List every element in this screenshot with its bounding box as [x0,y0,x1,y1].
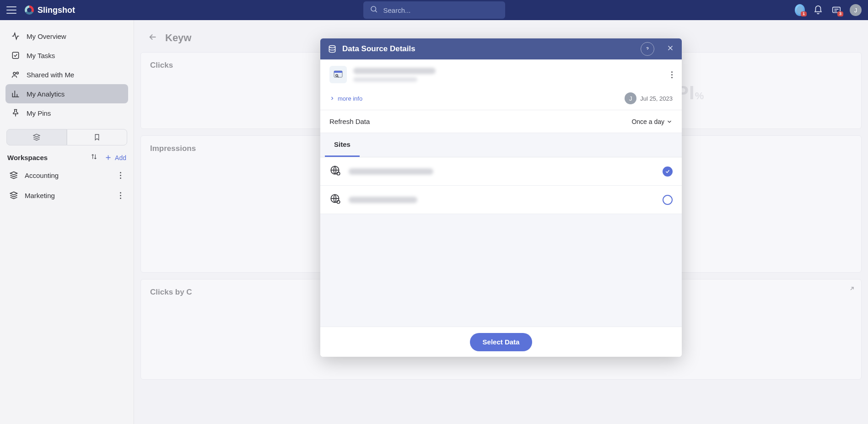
workspace-menu-button[interactable] [116,171,124,179]
check-icon [665,169,670,174]
site-name-redacted [349,197,417,203]
modal-footer: Select Data [320,327,682,357]
account-menu-button[interactable] [671,71,673,78]
profile-avatar-badge[interactable]: 1 [795,5,805,15]
support-badge: 1 [801,11,807,16]
help-icon [644,46,651,52]
kebab-icon [120,192,121,199]
view-bookmark-button[interactable] [67,129,127,145]
user-avatar[interactable]: J [850,4,862,16]
pin-icon [11,108,20,118]
sidebar-item-analytics[interactable]: My Analytics [5,84,128,103]
author-avatar: J [625,92,636,104]
stack-icon [9,171,18,180]
sidebar-item-pins[interactable]: My Pins [5,103,128,123]
site-selected-indicator[interactable] [663,166,673,177]
search-console-icon [329,66,347,83]
workspace-label: Marketing [25,192,55,199]
site-item[interactable] [320,157,682,186]
globe-icon [329,193,341,207]
messages-badge: 3 [837,11,843,16]
sites-list [320,157,682,327]
refresh-row: Refresh Data Once a day [320,110,682,133]
account-email-redacted [353,77,417,82]
check-square-icon [11,51,20,60]
stack-icon [32,133,41,141]
app-logo[interactable]: Slingshot [25,5,75,15]
account-name-redacted [353,68,436,74]
site-selected-indicator[interactable] [663,195,673,205]
topbar: Slingshot 1 3 J [0,0,868,20]
sidebar-item-label: My Overview [27,32,66,40]
svg-point-6 [329,46,335,48]
sidebar-item-label: Shared with Me [27,71,74,79]
chevron-down-icon [666,118,673,125]
help-button[interactable] [641,42,654,56]
sidebar-item-label: My Tasks [27,52,55,59]
more-info-label: more info [338,95,362,102]
close-icon [666,44,674,52]
sort-icon [90,153,98,161]
svg-point-4 [13,72,16,75]
svg-point-5 [16,72,18,74]
stack-icon [9,191,18,200]
search-input[interactable] [383,6,499,14]
main-content: Keyw Clicks Average Position KPI% Impres… [134,20,868,424]
workspace-item-accounting[interactable]: Accounting [5,165,128,185]
app-name: Slingshot [38,5,75,15]
workspace-label: Accounting [25,172,59,179]
sidebar: My Overview My Tasks Shared with Me My A… [0,20,134,424]
search-icon [370,5,378,15]
workspace-menu-button[interactable] [116,191,124,199]
kebab-icon [671,71,673,78]
created-date: Jul 25, 2023 [640,95,673,102]
sidebar-view-toggle [6,129,127,145]
sidebar-item-label: My Analytics [27,90,65,98]
add-workspace-button[interactable]: Add [104,154,126,161]
svg-rect-8 [334,71,342,73]
globe-icon [329,165,341,178]
select-data-button[interactable]: Select Data [470,333,533,351]
svg-point-0 [371,6,376,11]
sidebar-item-shared[interactable]: Shared with Me [5,65,128,84]
site-item[interactable] [320,186,682,214]
more-info-toggle[interactable]: more info [329,95,362,102]
add-label: Add [115,154,126,161]
sidebar-item-label: My Pins [27,109,51,117]
workspace-item-marketing[interactable]: Marketing [5,185,128,205]
account-row [320,59,682,90]
view-stack-button[interactable] [6,129,67,145]
kebab-icon [120,172,121,179]
global-search[interactable] [363,1,505,19]
sidebar-item-overview[interactable]: My Overview [5,27,128,46]
users-icon [11,70,20,79]
modal-title: Data Source Details [342,44,415,54]
sidebar-item-tasks[interactable]: My Tasks [5,46,128,65]
chevron-right-icon [329,96,335,101]
logo-mark-icon [25,5,34,15]
refresh-dropdown[interactable]: Once a day [631,118,673,125]
database-icon [328,44,337,54]
site-name-redacted [349,168,433,175]
info-row: more info J Jul 25, 2023 [320,90,682,110]
svg-line-1 [375,11,377,12]
plus-icon [104,154,112,161]
refresh-value: Once a day [631,118,664,125]
sort-button[interactable] [90,153,98,162]
modal-header: Data Source Details [320,38,682,59]
close-button[interactable] [666,44,674,54]
bookmark-icon [93,133,101,141]
notifications-button[interactable] [813,5,823,15]
modal-tabs: Sites [320,133,682,157]
chart-icon [11,89,20,98]
refresh-label: Refresh Data [329,118,370,125]
messages-button[interactable]: 3 [831,5,841,15]
workspaces-heading: Workspaces [7,154,48,161]
tab-sites[interactable]: Sites [325,133,360,157]
svg-rect-3 [12,52,18,58]
activity-icon [11,32,20,41]
menu-toggle-button[interactable] [6,6,16,14]
data-source-modal: Data Source Details more info [320,38,682,357]
